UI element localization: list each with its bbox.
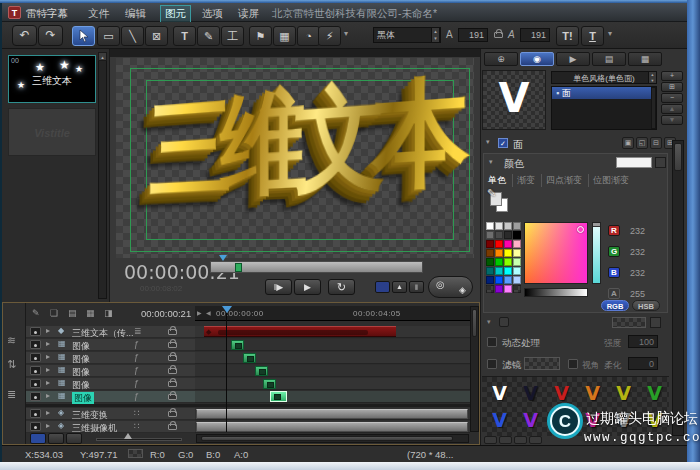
track-row-image5-selected[interactable]: ▸▦图像ƒ <box>26 391 195 403</box>
rect-tool[interactable]: ▭ <box>97 26 120 46</box>
fx-icon[interactable]: ƒ <box>134 339 139 349</box>
palette-swatch[interactable] <box>513 258 521 266</box>
select-tool[interactable] <box>72 26 95 46</box>
lane[interactable] <box>195 352 470 364</box>
pen-tool[interactable]: ✎ <box>197 26 220 46</box>
clip-3dcamera[interactable] <box>196 422 468 432</box>
tl-view-mode-3[interactable] <box>66 433 82 444</box>
tl-zoom-handle[interactable] <box>124 433 132 439</box>
expand-arrow[interactable]: ▸ <box>46 408 50 417</box>
style-preset[interactable]: V <box>484 379 515 406</box>
loop-button[interactable]: ↻ <box>328 279 355 295</box>
background-toggle[interactable]: ▲ <box>392 281 407 293</box>
track-row-3dtext[interactable]: ▸ ◆ 三维文本（传... ≣ <box>26 326 195 338</box>
tab-page[interactable]: ▤ <box>592 52 626 66</box>
clock-tool[interactable]: ◔ <box>297 26 320 46</box>
palette-swatch[interactable] <box>495 285 503 293</box>
timeline-playhead-marker[interactable] <box>222 306 232 313</box>
style-preset[interactable]: V <box>515 406 546 433</box>
fx-icon[interactable]: ƒ <box>134 365 139 375</box>
font-size-field[interactable]: 191 <box>458 28 488 42</box>
clip-image-selected[interactable] <box>270 391 287 402</box>
channel-b-value[interactable]: 232 <box>630 268 645 278</box>
palette-swatch[interactable] <box>504 240 512 248</box>
expand-arrow[interactable]: ▸ <box>46 326 50 335</box>
timeline-hscroll[interactable] <box>196 434 469 443</box>
color-collapse-icon[interactable]: ▾ <box>489 158 493 166</box>
palette-swatch[interactable] <box>495 240 503 248</box>
palette-swatch[interactable] <box>486 231 494 239</box>
timeline-hscroll-handle[interactable] <box>201 436 453 441</box>
fx-icon[interactable]: ƒ <box>134 391 139 401</box>
channel-r-value[interactable]: 232 <box>630 226 645 236</box>
mode-4point[interactable]: 四点渐变 <box>546 174 589 187</box>
tl-film-icon[interactable]: ▦ <box>86 308 95 318</box>
flag-tool[interactable]: ⚑ <box>249 26 272 46</box>
visibility-toggle[interactable] <box>30 366 41 375</box>
palette-swatch[interactable] <box>504 249 512 257</box>
preview-slider-handle[interactable] <box>235 263 242 272</box>
timeline-vscroll-handle[interactable] <box>472 309 477 337</box>
palette-swatch[interactable] <box>504 231 512 239</box>
lane[interactable] <box>195 365 470 377</box>
face-checkbox[interactable]: ✓ <box>498 138 508 148</box>
palette-swatch[interactable] <box>504 258 512 266</box>
style-preset[interactable]: V <box>484 406 515 433</box>
font-select-spinner[interactable]: ▴▾ <box>431 27 440 43</box>
expand-arrow[interactable]: ▸ <box>46 378 50 387</box>
move-down-button[interactable]: ▼ <box>661 115 683 125</box>
color-field[interactable] <box>524 222 588 284</box>
clip-3dtext[interactable]: ◆ <box>204 326 396 337</box>
expand-arrow[interactable]: ▸ <box>46 339 50 348</box>
hue-slider-handle[interactable] <box>593 223 600 227</box>
tl-zoom-slider[interactable] <box>96 438 182 441</box>
filter-swatch[interactable] <box>524 357 560 370</box>
track-row-3dtransform[interactable]: ▸◈三维变换∷ <box>26 408 195 420</box>
path-text-tool[interactable]: 工 <box>221 26 244 46</box>
template-thumb-selected[interactable]: 00 三维文本 ★ ★ ★ ★ <box>8 55 96 103</box>
palette-swatch[interactable] <box>486 285 494 293</box>
track-row-3dcamera[interactable]: ▸◈三维摄像机∷ <box>26 421 195 433</box>
undo-button[interactable]: ↶ <box>12 25 37 46</box>
menu-options[interactable]: 选项 <box>202 7 223 21</box>
timeline-vscroll[interactable] <box>470 306 479 432</box>
flag-toggle[interactable] <box>375 281 390 293</box>
palette-swatch[interactable] <box>495 222 503 230</box>
tl-pages-icon[interactable]: ❏ <box>50 308 58 318</box>
strength-field[interactable]: 100 <box>628 335 658 348</box>
lock-icon[interactable] <box>168 411 177 417</box>
palette-swatch[interactable] <box>486 249 494 257</box>
palette-swatch[interactable] <box>513 231 521 239</box>
track-list-icon[interactable]: ≣ <box>134 326 142 336</box>
alpha-toggle[interactable]: ▮ <box>409 281 424 293</box>
palette-swatch[interactable] <box>504 222 512 230</box>
eyedropper-pages-icon[interactable]: ✎ <box>488 190 510 214</box>
palette-swatch[interactable] <box>486 267 494 275</box>
properties-scroll-handle[interactable] <box>674 143 682 171</box>
timeline-playhead-line[interactable] <box>226 313 227 432</box>
layer-list-item-selected[interactable]: ▪ 面 <box>552 87 656 99</box>
header-icon-2[interactable]: ◱ <box>636 137 648 149</box>
lock-icon[interactable] <box>168 329 177 335</box>
ruler-nav-left[interactable]: ▶ <box>197 309 202 316</box>
palette-swatch[interactable] <box>495 249 503 257</box>
visibility-toggle[interactable] <box>30 379 41 388</box>
lock-icon[interactable] <box>168 355 177 361</box>
palette-swatch[interactable] <box>486 222 494 230</box>
row-collapse-icon[interactable]: ▾ <box>487 318 491 326</box>
remove-layer-button[interactable]: − <box>661 93 683 103</box>
palette-swatch[interactable] <box>513 285 521 293</box>
header-icon-1[interactable]: ▣ <box>622 137 634 149</box>
track-row-image4[interactable]: ▸▦图像ƒ <box>26 378 195 390</box>
expand-arrow[interactable]: ▸ <box>46 391 50 400</box>
palette-swatch[interactable] <box>513 276 521 284</box>
fx-icon[interactable]: ƒ <box>134 352 139 362</box>
dynamic-checkbox[interactable] <box>487 337 497 347</box>
clip-image[interactable] <box>231 340 244 350</box>
view-checkbox[interactable] <box>568 359 578 369</box>
gallery-btn-1[interactable] <box>484 436 497 444</box>
layer-list-scrollbar[interactable] <box>651 87 656 129</box>
color-field-marker[interactable] <box>577 226 584 233</box>
expand-arrow[interactable]: ▸ <box>46 365 50 374</box>
lock-proportion-icon[interactable] <box>494 32 503 38</box>
